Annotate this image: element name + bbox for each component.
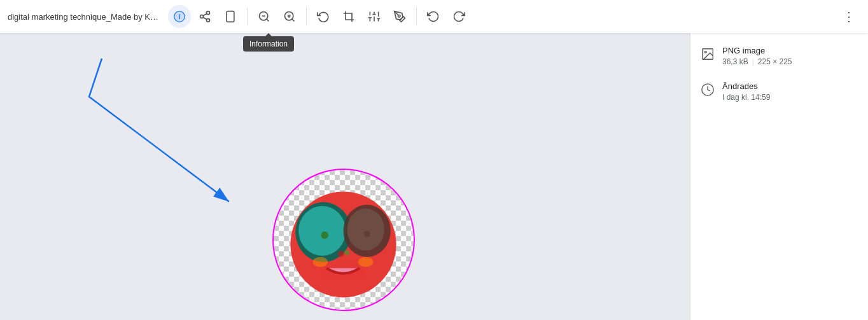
info-button[interactable]: i — [168, 5, 191, 28]
svg-point-35 — [338, 251, 344, 257]
crop-button[interactable] — [337, 5, 360, 28]
draw-button[interactable] — [388, 5, 411, 28]
divider-2 — [306, 8, 307, 25]
device-button[interactable] — [219, 5, 242, 28]
image-preview — [272, 169, 415, 311]
svg-point-37 — [313, 257, 328, 267]
zoom-in-button[interactable] — [278, 5, 301, 28]
svg-rect-8 — [227, 11, 234, 22]
divider-1 — [247, 8, 248, 25]
undo-button[interactable] — [422, 5, 445, 28]
file-dimensions: 225 × 225 — [758, 57, 792, 66]
svg-line-7 — [203, 13, 207, 15]
svg-line-6 — [203, 17, 207, 19]
canvas-area[interactable] — [0, 33, 690, 320]
share-button[interactable] — [193, 5, 216, 28]
topbar: digital marketing technique_Made by Karl… — [0, 0, 868, 33]
file-meta: 36,3 kB | 225 × 225 — [722, 57, 792, 66]
svg-point-40 — [704, 51, 706, 53]
svg-point-26 — [398, 15, 400, 17]
file-info-text: PNG image 36,3 kB | 225 × 225 — [722, 46, 792, 66]
svg-point-34 — [364, 231, 370, 237]
zoom-out-button[interactable] — [253, 5, 276, 28]
more-options-button[interactable]: ⋮ — [837, 5, 860, 28]
document-title: digital marketing technique_Made by Karl… — [8, 12, 160, 22]
clock-icon — [701, 83, 715, 100]
svg-point-38 — [358, 257, 373, 267]
changed-info-row: Ändrades I dag kl. 14:59 — [701, 81, 858, 102]
meta-separator: | — [752, 57, 754, 66]
svg-point-33 — [321, 232, 328, 239]
file-info-row: PNG image 36,3 kB | 225 × 225 — [701, 46, 858, 66]
redo-button[interactable] — [447, 5, 470, 28]
svg-point-30 — [298, 206, 346, 256]
svg-point-3 — [207, 11, 210, 15]
right-panel: PNG image 36,3 kB | 225 × 225 Ändrades I… — [690, 33, 868, 320]
file-size: 36,3 kB — [722, 57, 748, 66]
image-file-icon — [701, 47, 715, 64]
svg-line-14 — [292, 19, 295, 22]
changed-label: Ändrades — [722, 81, 770, 91]
svg-point-36 — [344, 250, 349, 255]
svg-line-11 — [267, 19, 269, 22]
svg-point-5 — [207, 18, 210, 22]
svg-point-32 — [347, 209, 384, 251]
file-type-label: PNG image — [722, 46, 792, 55]
changed-value: I dag kl. 14:59 — [722, 93, 770, 102]
rotate-button[interactable] — [312, 5, 335, 28]
adjust-button[interactable] — [363, 5, 386, 28]
svg-text:i: i — [178, 13, 180, 20]
changed-info-text: Ändrades I dag kl. 14:59 — [722, 81, 770, 102]
divider-3 — [416, 8, 417, 25]
svg-point-4 — [200, 15, 204, 18]
